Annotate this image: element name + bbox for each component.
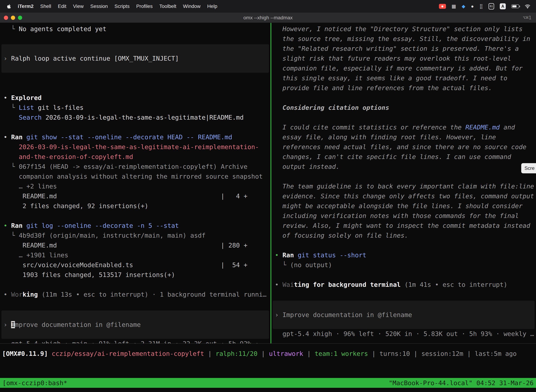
text-segment: | — [258, 350, 269, 357]
text-segment: No agents completed yet — [19, 25, 107, 33]
window-controls — [0, 16, 22, 20]
menu-toolbelt[interactable]: Toolbelt — [156, 4, 180, 9]
text-segment: 2026-03-09-is-legal-the-same-as-legitima… — [4, 143, 259, 150]
text-segment: Ran — [282, 252, 294, 259]
text-segment: ralph:11/20 — [215, 350, 258, 357]
menu-edit[interactable]: Edit — [54, 4, 70, 9]
text-segment: • — [275, 252, 282, 259]
terminal-pane-left[interactable]: └ No agents completed yet› Ralph loop ac… — [0, 23, 270, 343]
text-segment: › — [275, 311, 282, 318]
explored-search-line: Search 2026-03-09-is-legal-the-same-as-l… — [0, 112, 270, 122]
menu-shell[interactable]: Shell — [37, 4, 54, 9]
git-show-output-2: companion analysis without altering the … — [0, 172, 270, 182]
text-segment: ultrawork — [269, 350, 303, 357]
thought-line: The team guideline is to back every impo… — [271, 182, 536, 191]
text-segment: • — [275, 281, 282, 288]
text-segment: | — [204, 350, 215, 357]
text-segment: … +1901 lines — [4, 252, 68, 259]
text-segment: git show --stat --oneline --decorate HEA… — [23, 134, 232, 141]
text-segment: › — [4, 321, 11, 328]
text-segment: Wai — [282, 281, 294, 288]
thought-line: I could cite commit statistics or refere… — [271, 122, 536, 132]
terminal-pane-right[interactable]: However, I noticed the "Directory Struct… — [271, 23, 536, 343]
menu-window[interactable]: Window — [180, 4, 204, 9]
close-button[interactable] — [4, 16, 8, 20]
text-segment: the source tree, missing the essay. Stil… — [275, 35, 530, 42]
text-segment: README.md | 280 + — [4, 242, 247, 249]
window-titlebar[interactable]: omx --xhigh --madmax ⌥⌘1 — [0, 13, 536, 23]
battery-tip — [519, 6, 520, 7]
text-segment: provide file and line references from th… — [275, 84, 492, 92]
box-line: › Ralph loop active continue [OMX_TMUX_I… — [1, 54, 179, 63]
text-segment: 2 files changed, 92 insertions(+) — [4, 202, 148, 210]
text-segment: | — [303, 350, 315, 357]
text-segment: (11m 13s • esc to interrupt) · 1 backgro… — [38, 291, 266, 298]
menu-session[interactable]: Session — [87, 4, 111, 9]
menu-scripts[interactable]: Scripts — [111, 4, 133, 9]
text-segment: 1903 files changed, 513517 insertions(+) — [4, 271, 175, 278]
text-segment: slight risk that future readers may over… — [275, 55, 511, 62]
text-segment: [OMX#0.11.9] — [2, 350, 52, 357]
dots-grid-icon[interactable]: ⣿ — [479, 4, 483, 9]
git-show-output-3: … +2 lines — [0, 182, 270, 191]
thought-line: provide file and line references from th… — [271, 83, 536, 93]
thought-line: evidence. Since this change only affects… — [271, 191, 536, 201]
thought-line: references need actual files, and since … — [271, 142, 536, 152]
text-segment: Search — [19, 114, 42, 121]
blue-app-icon[interactable]: ◆ — [462, 4, 465, 9]
text-segment: • — [4, 222, 11, 229]
screen-recording-icon[interactable] — [439, 4, 446, 9]
text-segment: review. Also, I might want to inspect th… — [275, 222, 530, 229]
blank-line — [271, 240, 536, 250]
git-status-output: └ (no output) — [271, 260, 536, 270]
thought-line: might be acceptable alongside the file l… — [271, 201, 536, 211]
ralph-loop-banner: › Ralph loop active continue [OMX_TMUX_I… — [1, 44, 269, 73]
grid-icon[interactable]: ▦ — [452, 4, 456, 9]
blank-line — [0, 122, 270, 132]
text-segment: king — [23, 291, 38, 298]
terminal-area: └ No agents completed yet› Ralph loop ac… — [0, 23, 536, 344]
thought-line: slight risk that future readers may over… — [271, 54, 536, 63]
text-segment: Wor — [11, 291, 23, 298]
text-segment: gpt-5.4 xhigh · main · 91% left · 2.31M … — [4, 340, 267, 343]
menu-view[interactable]: View — [70, 4, 87, 9]
git-show-stat-summary: 2 files changed, 92 insertions(+) — [0, 201, 270, 211]
text-segment: src/voice/voiceModeEnabled.ts | 54 + — [4, 261, 247, 269]
menu-help[interactable]: Help — [204, 4, 221, 9]
text-segment: Explored — [11, 94, 42, 101]
tmux-session-window: [omx-cczip0:bash* — [2, 379, 67, 387]
git-show-filename-1: 2026-03-09-is-legal-the-same-as-legitima… — [0, 142, 270, 152]
session-stats-right: gpt-5.4 xhigh · 96% left · 520K in · 5.8… — [271, 329, 536, 339]
prompt-input-left[interactable]: › Improve documentation in @filename — [1, 311, 269, 339]
menu-profiles[interactable]: Profiles — [133, 4, 156, 9]
wifi-icon[interactable] — [525, 4, 530, 9]
explored-list-line: └ List git ls-files — [0, 103, 270, 112]
text-segment: Ran — [11, 134, 23, 141]
menu-iterm2[interactable]: iTerm2 — [14, 4, 37, 9]
text-segment: … +2 lines — [4, 183, 57, 190]
circle-app-icon[interactable]: ● — [471, 4, 474, 9]
text-segment: mprove documentation in @filename — [15, 321, 141, 328]
text-segment: └ 4b9d30f (origin/main, instructkr/main,… — [4, 232, 206, 239]
text-segment: companion analysis without altering the … — [4, 173, 263, 180]
text-segment: git log --oneline --decorate -n 5 --stat — [23, 222, 179, 229]
apple-logo-icon — [7, 4, 11, 9]
prompt-input-right[interactable]: › Improve documentation in @filename — [273, 301, 535, 329]
text-segment: List — [19, 104, 34, 111]
battery-percent-value: 61 — [490, 5, 493, 8]
ran-git-status-header: • Ran git status --short — [271, 250, 536, 260]
screen-overlay-button[interactable]: Scre — [521, 163, 536, 173]
battery-icon[interactable] — [511, 5, 519, 8]
blank-line — [271, 112, 536, 122]
blank-line — [0, 280, 270, 289]
apple-menu-icon[interactable] — [3, 4, 14, 9]
battery-percent-icon[interactable]: 61 — [488, 3, 494, 9]
tmux-host-datetime: "MacBook-Pro-44.local" 04:52 31-Mar-26 — [389, 379, 534, 387]
waiting-status-line: • Waiting for background terminal (1m 41… — [271, 280, 536, 289]
omx-status-line: [OMX#0.11.9] cczip/essay/ai-reimplementa… — [0, 349, 536, 359]
text-segment: companion file, especially if more comme… — [275, 65, 523, 72]
zoom-button[interactable] — [18, 16, 22, 20]
input-source-icon[interactable]: A — [500, 3, 506, 9]
box-line: › Improve documentation in @filename — [1, 320, 141, 330]
minimize-button[interactable] — [11, 16, 15, 20]
